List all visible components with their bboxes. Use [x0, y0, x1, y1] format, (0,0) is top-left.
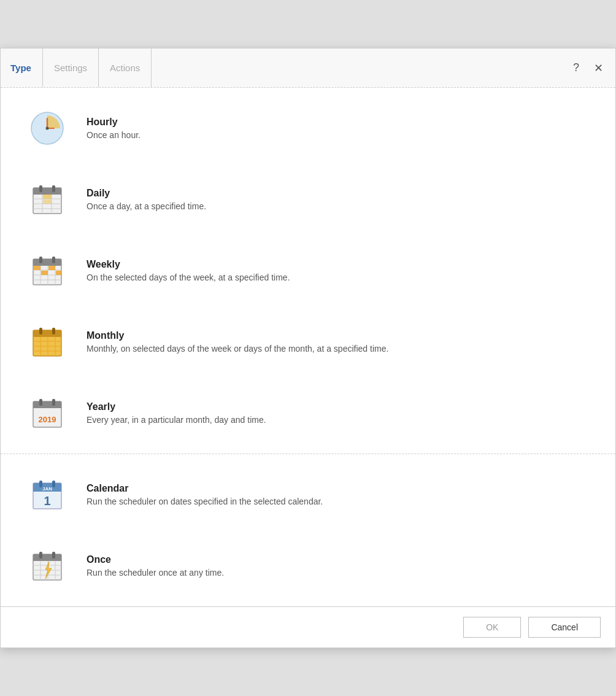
help-icon: ? [573, 61, 579, 74]
daily-text: Daily Once a day, at a specified time. [87, 188, 591, 211]
content: Hourly Once an hour. [1, 88, 615, 606]
tab-type[interactable]: Type [10, 48, 43, 87]
svg-rect-27 [34, 266, 40, 270]
hourly-icon [25, 106, 69, 150]
svg-rect-8 [52, 185, 55, 192]
svg-rect-30 [56, 271, 61, 275]
close-icon: ✕ [594, 62, 603, 74]
svg-rect-57 [33, 559, 61, 561]
ok-button[interactable]: OK [463, 617, 521, 638]
tab-settings[interactable]: Settings [43, 48, 99, 87]
svg-rect-14 [43, 195, 52, 199]
tab-actions[interactable]: Actions [99, 48, 152, 87]
weekly-title: Weekly [87, 259, 591, 270]
hourly-title: Hourly [87, 117, 591, 128]
svg-rect-29 [48, 266, 55, 270]
weekly-text: Weekly On the selected days of the week,… [87, 259, 591, 282]
calendar-text: Calendar Run the scheduler on dates spec… [87, 483, 591, 506]
monthly-text: Monthly Monthly, on selected days of the… [87, 330, 591, 354]
daily-icon [25, 177, 69, 222]
extra-schedule-types: JAN 1 Calendar Run the scheduler on date… [1, 454, 615, 606]
svg-rect-28 [41, 271, 48, 275]
svg-rect-46 [52, 399, 55, 406]
close-button[interactable]: ✕ [591, 59, 606, 77]
schedule-item-calendar[interactable]: JAN 1 Calendar Run the scheduler on date… [1, 459, 615, 530]
svg-rect-52 [52, 481, 55, 487]
schedule-item-daily[interactable]: Daily Once a day, at a specified time. [1, 164, 615, 235]
monthly-title: Monthly [87, 330, 591, 341]
svg-rect-19 [39, 257, 42, 263]
schedule-item-yearly[interactable]: 2019 Yearly Every year, in a particular … [1, 377, 615, 449]
footer: OK Cancel [1, 606, 615, 648]
svg-rect-45 [39, 399, 42, 406]
yearly-icon: 2019 [25, 391, 69, 435]
yearly-desc: Every year, in a particular month, day a… [87, 415, 591, 425]
schedule-item-weekly[interactable]: Weekly On the selected days of the week,… [1, 235, 615, 306]
monthly-icon [25, 320, 69, 364]
svg-rect-58 [39, 552, 42, 559]
once-title: Once [87, 554, 591, 565]
daily-title: Daily [87, 188, 591, 199]
hourly-text: Hourly Once an hour. [87, 117, 591, 140]
svg-text:2019: 2019 [39, 415, 56, 424]
calendar-desc: Run the scheduler on dates specified in … [87, 497, 591, 506]
tab-bar: Type Settings Actions ? ✕ [1, 48, 615, 88]
svg-rect-6 [33, 192, 61, 195]
weekly-icon [25, 249, 69, 293]
schedule-item-monthly[interactable]: Monthly Monthly, on selected days of the… [1, 306, 615, 377]
once-icon [25, 544, 69, 588]
svg-text:1: 1 [44, 494, 50, 508]
schedule-item-once[interactable]: Once Run the scheduler once at any time. [1, 530, 615, 601]
svg-rect-20 [52, 257, 55, 263]
once-desc: Run the scheduler once at any time. [87, 568, 591, 578]
once-text: Once Run the scheduler once at any time. [87, 554, 591, 578]
svg-rect-7 [39, 185, 42, 192]
dialog: Type Settings Actions ? ✕ [0, 48, 616, 648]
svg-rect-34 [39, 328, 42, 334]
svg-rect-18 [33, 263, 61, 266]
monthly-desc: Monthly, on selected days of the week or… [87, 344, 591, 354]
header-icons: ? ✕ [571, 59, 606, 77]
calendar-title: Calendar [87, 483, 591, 494]
svg-rect-35 [52, 328, 55, 334]
svg-point-3 [46, 127, 49, 130]
svg-rect-33 [33, 334, 61, 337]
hourly-desc: Once an hour. [87, 130, 591, 140]
svg-rect-44 [33, 406, 61, 408]
help-button[interactable]: ? [571, 59, 582, 77]
daily-desc: Once a day, at a specified time. [87, 201, 591, 211]
yearly-text: Yearly Every year, in a particular month… [87, 401, 591, 425]
schedule-item-hourly[interactable]: Hourly Once an hour. [1, 93, 615, 164]
svg-rect-15 [43, 199, 52, 204]
svg-rect-59 [52, 552, 55, 559]
svg-text:JAN: JAN [42, 486, 52, 492]
cancel-button[interactable]: Cancel [528, 617, 601, 638]
main-schedule-types: Hourly Once an hour. [1, 88, 615, 454]
yearly-title: Yearly [87, 401, 591, 412]
weekly-desc: On the selected days of the week, at a s… [87, 273, 591, 282]
calendar-type-icon: JAN 1 [25, 473, 69, 517]
